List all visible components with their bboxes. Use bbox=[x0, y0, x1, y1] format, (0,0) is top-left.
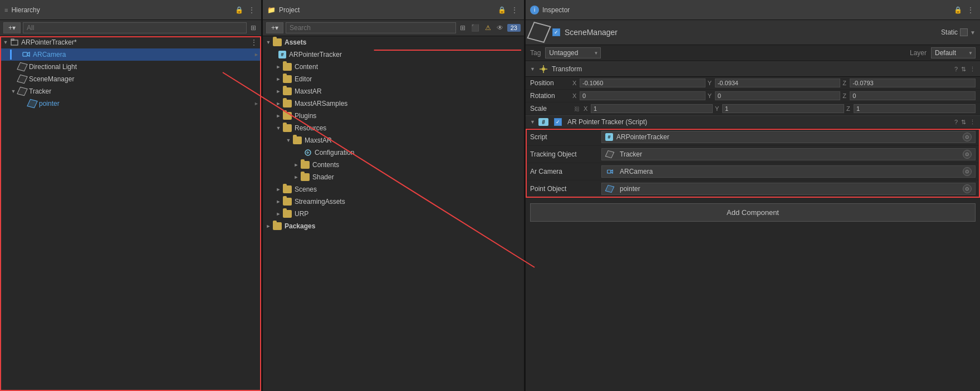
inspector-field-arcamera-icon bbox=[605, 167, 614, 176]
project-item-editor[interactable]: Editor bbox=[263, 73, 524, 85]
inspector-field-arcamera-value[interactable]: ARCamera ⊙ bbox=[601, 165, 976, 178]
inspector-transform-more-icon[interactable]: ⋮ bbox=[969, 66, 976, 73]
project-lock-icon[interactable]: 🔒 bbox=[498, 6, 506, 14]
inspector-rotation-x-input[interactable] bbox=[580, 91, 705, 100]
project-item-scenes[interactable]: Scenes bbox=[263, 183, 524, 195]
inspector-scale-link-icon[interactable]: ⛓ bbox=[572, 104, 581, 113]
inspector-layer-dropdown[interactable]: Default bbox=[931, 47, 976, 58]
project-alert-icon[interactable]: ⚠ bbox=[483, 24, 493, 32]
project-scenes-arrow bbox=[275, 186, 282, 193]
hierarchy-toolbar: +▾ ⊞ bbox=[0, 20, 261, 36]
project-item-maxstar[interactable]: MaxstAR bbox=[263, 85, 524, 97]
hierarchy-directional-light-icon bbox=[18, 62, 27, 71]
project-item-urp[interactable]: URP bbox=[263, 208, 524, 220]
inspector-script-section-header[interactable]: ▼ # ✓ AR Pointer Tracker (Script) ? ⇅ ⋮ bbox=[526, 115, 980, 129]
project-item-arpointertracker[interactable]: # ARPointerTracker bbox=[263, 48, 524, 61]
hierarchy-more-icon[interactable]: ⋮ bbox=[247, 6, 257, 14]
hierarchy-item-arcamera[interactable]: ARCamera ► bbox=[0, 48, 261, 61]
inspector-transform-arrow: ▼ bbox=[530, 66, 535, 72]
project-item-content[interactable]: Content bbox=[263, 61, 524, 73]
inspector-tag-dropdown[interactable]: Untagged bbox=[545, 47, 601, 58]
project-more-icon[interactable]: ⋮ bbox=[509, 6, 520, 14]
inspector-transform-preset-icon[interactable]: ⇅ bbox=[961, 66, 966, 73]
project-item-plugins[interactable]: Plugins bbox=[263, 110, 524, 122]
project-search-input[interactable] bbox=[286, 22, 456, 33]
hierarchy-tracker-arrow bbox=[10, 88, 17, 95]
inspector-position-z-input[interactable] bbox=[850, 79, 976, 87]
add-component-button[interactable]: Add Component bbox=[530, 203, 976, 222]
inspector-transform-section-header[interactable]: ▼ Transform ? ⇅ ⋮ bbox=[526, 61, 980, 77]
project-item-contents[interactable]: Contents bbox=[263, 159, 524, 171]
hierarchy-item-directional-light[interactable]: Directional Light bbox=[0, 61, 261, 73]
inspector-field-arcamera-circle-btn[interactable]: ⊙ bbox=[963, 167, 972, 176]
project-item-streaming[interactable]: StreamingAssets bbox=[263, 195, 524, 208]
inspector-field-tracking-text: Tracker bbox=[620, 150, 959, 158]
inspector-field-pointer-circle-btn[interactable]: ⊙ bbox=[963, 184, 972, 193]
project-packages-arrow bbox=[265, 223, 272, 229]
inspector-field-tracking-label: Tracking Object bbox=[530, 150, 597, 158]
inspector-static-dropdown-arrow[interactable]: ▼ bbox=[970, 30, 976, 36]
inspector-rotation-z-input[interactable] bbox=[850, 91, 976, 100]
inspector-script-preset-icon[interactable]: ⇅ bbox=[961, 119, 966, 126]
hierarchy-item-scenemanager[interactable]: SceneManager bbox=[0, 73, 261, 85]
inspector-position-y-input[interactable] bbox=[715, 79, 841, 87]
inspector-field-arcamera-label: Ar Camera bbox=[530, 168, 597, 175]
project-add-button[interactable]: +▾ bbox=[266, 22, 283, 33]
hierarchy-pointer-right-arrow: ► bbox=[254, 101, 259, 106]
project-resources-label: Resources bbox=[295, 124, 326, 132]
inspector-field-script-circle-btn[interactable]: ⊙ bbox=[963, 133, 972, 141]
svg-rect-2 bbox=[23, 52, 27, 56]
inspector-transform-help-icon[interactable]: ? bbox=[954, 66, 958, 72]
inspector-field-tracking-circle-btn[interactable]: ⊙ bbox=[963, 150, 972, 159]
project-item-packages[interactable]: Packages bbox=[263, 220, 524, 232]
inspector-rotation-y-input[interactable] bbox=[715, 91, 841, 100]
inspector-scale-y-input[interactable] bbox=[722, 104, 844, 113]
inspector-scale-z-input[interactable] bbox=[854, 104, 976, 113]
project-item-resources-maxstar[interactable]: MaxstAR bbox=[263, 134, 524, 146]
inspector-object-name[interactable]: SceneManager bbox=[565, 28, 937, 37]
inspector-field-script: Script # ARPointerTracker ⊙ bbox=[526, 129, 980, 146]
inspector-scale-y-field: Y bbox=[715, 104, 844, 113]
project-resources-maxstar-arrow bbox=[285, 137, 292, 144]
inspector-field-point-object: Point Object pointer ⊙ bbox=[526, 180, 980, 198]
inspector-field-pointer-value[interactable]: pointer ⊙ bbox=[601, 183, 976, 195]
project-editor-arrow bbox=[275, 76, 282, 82]
inspector-field-tracking-value[interactable]: Tracker ⊙ bbox=[601, 148, 976, 160]
project-contents-arrow bbox=[293, 162, 300, 168]
project-view-icon[interactable]: ⊞ bbox=[458, 24, 467, 32]
inspector-more-icon[interactable]: ⋮ bbox=[966, 6, 976, 14]
inspector-scale-x-input[interactable] bbox=[591, 104, 713, 113]
inspector-position-x-input[interactable] bbox=[580, 79, 705, 87]
hierarchy-layout-icon[interactable]: ⊞ bbox=[249, 24, 258, 32]
inspector-transform-icon bbox=[538, 64, 548, 74]
project-resources-folder-icon bbox=[283, 124, 292, 132]
svg-rect-0 bbox=[11, 40, 18, 45]
inspector-script-help-icon[interactable]: ? bbox=[954, 119, 958, 125]
hierarchy-add-button[interactable]: +▾ bbox=[3, 22, 21, 33]
hierarchy-directional-light-label: Directional Light bbox=[29, 63, 77, 71]
inspector-field-script-value[interactable]: # ARPointerTracker ⊙ bbox=[601, 131, 976, 143]
inspector-script-enabled-checkbox[interactable]: ✓ bbox=[554, 118, 562, 126]
svg-rect-10 bbox=[607, 170, 611, 173]
project-eye-icon[interactable]: 👁 bbox=[495, 24, 505, 32]
inspector-object-checkbox[interactable]: ✓ bbox=[552, 28, 560, 36]
inspector-field-script-label: Script bbox=[530, 133, 597, 141]
inspector-script-more-icon[interactable]: ⋮ bbox=[969, 119, 976, 126]
inspector-object-row: ✓ SceneManager Static ▼ bbox=[526, 20, 980, 45]
project-filter-icon[interactable]: ⬛ bbox=[469, 24, 481, 32]
project-item-maxstarsamples[interactable]: MaxstARSamples bbox=[263, 97, 524, 110]
hierarchy-lock-icon[interactable]: 🔒 bbox=[235, 6, 243, 14]
hierarchy-root-more-icon[interactable]: ⋮ bbox=[249, 38, 259, 46]
project-item-assets[interactable]: Assets bbox=[263, 36, 524, 48]
hierarchy-item-pointer[interactable]: pointer ► bbox=[0, 97, 261, 110]
inspector-lock-icon[interactable]: 🔒 bbox=[954, 6, 962, 14]
project-item-shader[interactable]: Shader bbox=[263, 171, 524, 183]
hierarchy-item-tracker[interactable]: Tracker bbox=[0, 85, 261, 97]
project-item-resources[interactable]: Resources bbox=[263, 122, 524, 134]
inspector-static-checkbox[interactable] bbox=[960, 28, 968, 36]
hierarchy-root-item[interactable]: ARPointerTracker* ⋮ bbox=[0, 36, 261, 48]
project-packages-label: Packages bbox=[285, 222, 315, 230]
hierarchy-search-input[interactable] bbox=[23, 22, 247, 33]
project-resources-maxstar-label: MaxstAR bbox=[305, 136, 332, 144]
project-item-configuration[interactable]: Configuration bbox=[263, 146, 524, 159]
